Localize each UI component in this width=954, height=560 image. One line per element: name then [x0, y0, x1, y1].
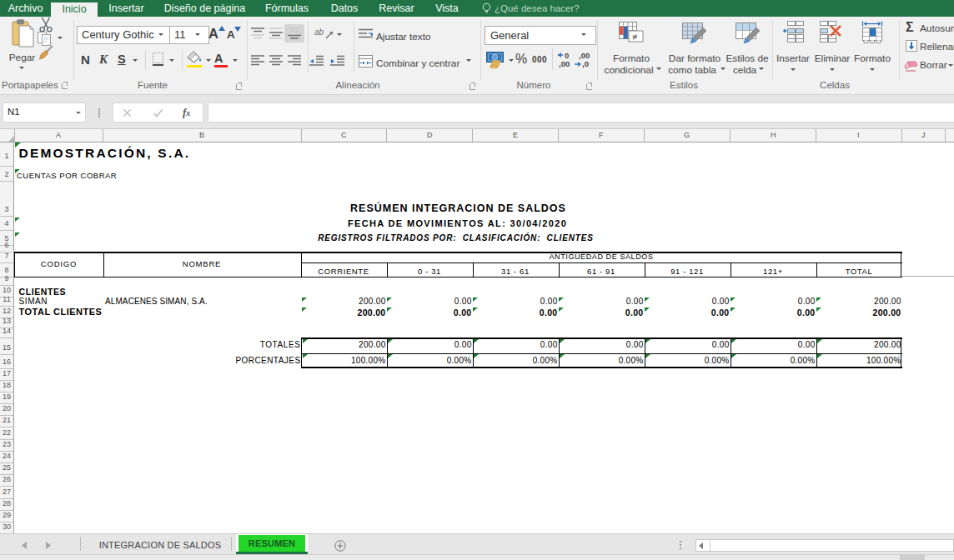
svg-text:,00: ,00	[559, 59, 570, 68]
svg-text:≠: ≠	[632, 32, 637, 42]
svg-text:,0: ,0	[582, 59, 589, 68]
svg-text:ab: ab	[314, 28, 324, 37]
